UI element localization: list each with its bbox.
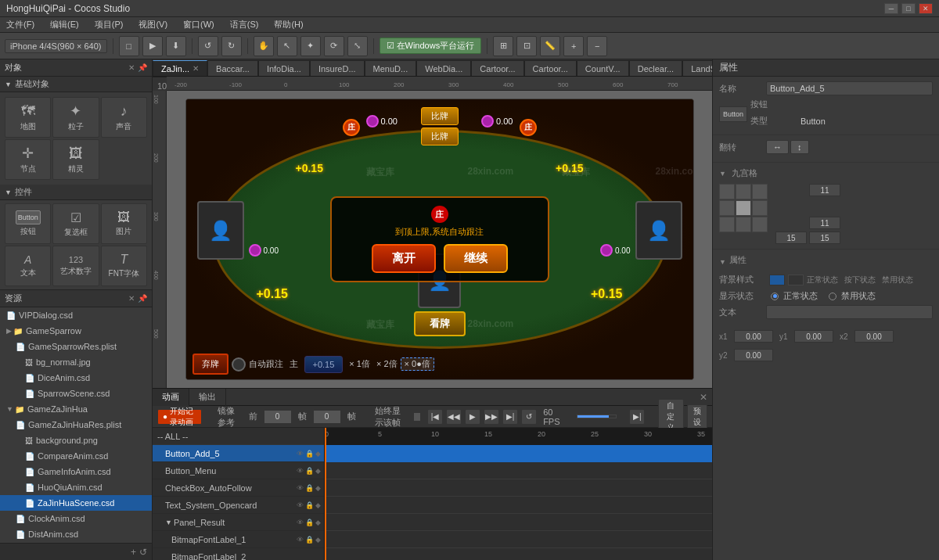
anim-play-begin[interactable]: |◀ [427,409,443,425]
compare-btn-1[interactable]: 比牌 [421,107,459,125]
anim-layer-checkbox[interactable]: CheckBox_AutoFollow 👁 🔒 ◆ [153,479,324,497]
anim-forward[interactable]: ▶▶ [484,409,499,425]
layer-lock-icon-3[interactable]: 🔒 [305,484,314,492]
flip-v-button[interactable]: ↕ [790,140,809,154]
base-objects-section[interactable]: ▼ 基础对象 [0,77,152,92]
anim-tab-animation[interactable]: 动画 [153,389,189,406]
tab-webdia[interactable]: WebDia... [416,60,471,76]
zoom-out[interactable]: − [587,36,607,56]
layer-lock-icon-2[interactable]: 🔒 [305,467,314,475]
hand-tool[interactable]: ✋ [254,36,274,56]
close-button[interactable]: ✕ [919,3,933,14]
menu-item-窗口(W)[interactable]: 窗口(W) [180,19,218,31]
nine-cell-4[interactable] [719,200,735,216]
anim-record-btn[interactable]: ● 开始记录动画 [157,409,202,425]
nine-cell-6[interactable] [752,200,768,216]
x1-input[interactable] [734,330,773,343]
sprite-object[interactable]: 🖼精灵 [52,139,99,180]
text-control[interactable]: A文本 [5,246,51,286]
nine-left-input[interactable] [775,232,807,244]
menu-item-帮助(H)[interactable]: 帮助(H) [271,19,306,31]
timeline-track-1[interactable] [325,445,712,462]
look-card-button[interactable]: 看牌 [414,311,466,336]
tab-cartoon2[interactable]: Cartoor... [524,60,577,76]
anim-loop[interactable]: ↺ [521,409,537,425]
run-button[interactable]: ☑ 在Windows平台运行 [380,38,482,54]
sound-object[interactable]: ♪声音 [101,97,147,138]
y1-input[interactable] [794,330,833,343]
layer-vis-icon-4[interactable]: 👁 [297,501,304,509]
open-button[interactable]: ▶ [142,36,163,56]
tab-infodia[interactable]: InfoDia... [258,60,310,76]
tree-item-bgnormal[interactable]: 🖼bg_normal.jpg [0,354,152,370]
x2-input[interactable] [854,330,894,343]
artnum-control[interactable]: 123艺术数字 [52,246,99,286]
anim-goto-end[interactable]: ▶| [629,409,645,425]
tree-item-diceanim[interactable]: 📄DiceAnim.csd [0,370,152,386]
back-val-input[interactable] [313,410,341,424]
tree-item-zajinhuascene[interactable]: 📄ZaJinHuaScene.csd [0,495,152,511]
controls-section[interactable]: ▼ 控件 [0,185,152,200]
particle-object[interactable]: ✦粒子 [52,97,99,138]
tab-zajin[interactable]: ZaJin... ✕ [153,60,207,76]
bg-swatch-blue[interactable] [769,275,785,285]
anim-timeline[interactable]: 0 5 10 15 20 25 30 35 40 45 50 55 [325,428,712,560]
tree-item-compareanim[interactable]: 📄CompareAnim.csd [0,448,152,464]
tree-item-gamesparrow[interactable]: ▶📁GameSparrow [0,323,152,339]
save-button[interactable]: ⬇ [166,36,186,56]
menu-item-项目(P)[interactable]: 项目(P) [92,19,127,31]
new-button[interactable]: □ [119,36,139,56]
res-close-icon[interactable]: ✕ [128,294,135,303]
tree-item-sparrowscene[interactable]: 📄SparrowScene.csd [0,386,152,401]
panel-pin-icon[interactable]: 📌 [138,63,147,72]
undo-button[interactable]: ↺ [198,36,218,56]
bet-checkbox[interactable] [232,357,246,372]
res-add-icon[interactable]: + [131,547,136,558]
anim-layer-bitmap-1[interactable]: BitmapFontLabel_1 👁 🔒 ◆ [153,531,324,548]
preview-button[interactable]: 预设 [687,404,707,429]
layer-lock-icon-6[interactable]: 🔒 [305,536,314,544]
node-object[interactable]: ✛节点 [5,139,51,180]
menu-item-视图(V)[interactable]: 视图(V) [135,19,171,31]
tree-item-gameinfoanim[interactable]: 📄GameInfoAnim.csd [0,464,152,479]
tab-close-icon[interactable]: ✕ [192,64,199,73]
nine-cell-3[interactable] [752,184,768,199]
tab-landsc[interactable]: LandSc... [682,60,712,76]
nine-cell-8[interactable] [736,217,751,232]
canvas-main[interactable]: 藏宝库 28xin.com 藏宝库 28xin.com 藏宝库 28xin.co… [167,91,712,388]
res-refresh-icon[interactable]: ↺ [139,547,147,558]
panel-close-icon[interactable]: ✕ [128,63,135,72]
layer-key-icon[interactable]: ◆ [315,450,321,458]
tree-item-huoqiuanim[interactable]: 📄HuoQiuAnim.csd [0,479,152,495]
layer-lock-icon-4[interactable]: 🔒 [305,501,314,509]
menu-item-编辑(E)[interactable]: 编辑(E) [47,19,82,31]
text-input[interactable] [766,305,933,319]
always-input[interactable] [413,412,421,422]
compare-btn-2[interactable]: 比牌 [421,127,459,145]
y2-input[interactable] [734,349,773,361]
layer-key-icon-2[interactable]: ◆ [315,467,321,475]
layer-vis-icon-3[interactable]: 👁 [297,484,304,492]
anim-play-end[interactable]: ▶| [502,409,518,425]
nine-cell-7[interactable] [719,217,735,232]
anim-layer-bitmap-2[interactable]: BitmapFontLabel_2 [153,548,324,560]
nine-cell-2[interactable] [736,184,751,199]
anim-layer-button-add-5[interactable]: Button_Add_5 👁 🔒 ◆ [153,445,324,462]
nine-cell-9[interactable] [752,217,768,232]
rotate-tool[interactable]: ⟳ [324,36,344,56]
bg-swatch-dark[interactable] [788,275,804,285]
layer-vis-icon-6[interactable]: 👁 [297,536,304,544]
layer-vis-icon-2[interactable]: 👁 [297,467,304,475]
map-object[interactable]: 🗺地图 [5,97,51,138]
snap-button[interactable]: ⊡ [516,36,537,56]
anim-layer-button-menu[interactable]: Button_Menu 👁 🔒 ◆ [153,462,324,479]
redo-button[interactable]: ↻ [221,36,242,56]
move-tool[interactable]: ✦ [300,36,321,56]
playhead[interactable] [325,428,326,560]
anim-play[interactable]: ▶ [465,409,480,425]
flip-h-button[interactable]: ↔ [766,140,789,154]
tree-item-vipdialog[interactable]: 📄VIPDialog.csd [0,307,152,323]
checkbox-control[interactable]: ☑复选框 [52,203,99,244]
nine-right-input[interactable] [809,232,840,244]
tab-countv[interactable]: CountV... [577,60,629,76]
